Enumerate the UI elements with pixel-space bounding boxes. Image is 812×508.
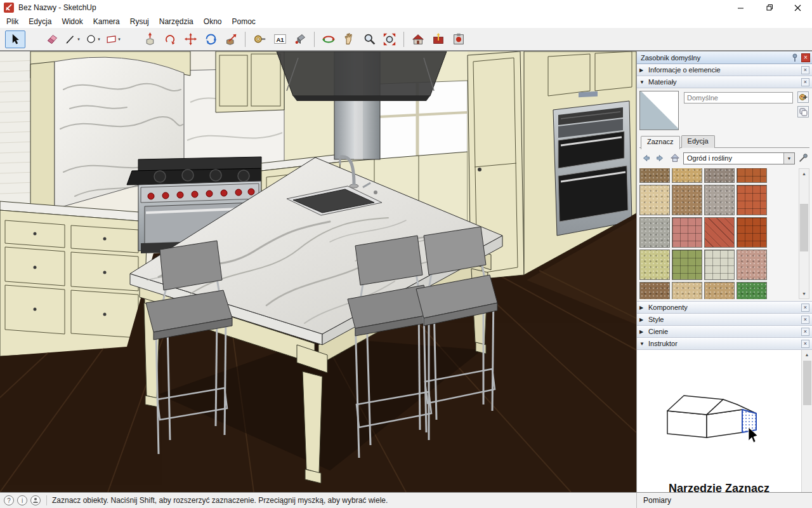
menu-kamera[interactable]: Kamera: [88, 16, 125, 27]
scroll-up-icon[interactable]: ▲: [802, 350, 812, 359]
viewport-3d[interactable]: [0, 51, 636, 492]
maximize-button[interactable]: [755, 0, 783, 15]
material-swatch[interactable]: [737, 185, 767, 215]
material-swatch[interactable]: [737, 250, 767, 280]
section-styles[interactable]: ▶ Style ×: [637, 314, 812, 326]
home-button[interactable]: [669, 152, 681, 164]
orbit-tool-button[interactable]: [318, 30, 339, 48]
material-swatch[interactable]: [639, 250, 670, 280]
material-swatch[interactable]: [639, 168, 670, 183]
scrollbar-thumb[interactable]: [803, 361, 811, 405]
tape-measure-tool-button[interactable]: [249, 30, 270, 48]
material-swatch[interactable]: [672, 250, 702, 280]
forward-button[interactable]: [654, 152, 667, 164]
secondary-pane-button[interactable]: [797, 106, 809, 117]
menu-rysuj[interactable]: Rysuj: [125, 16, 154, 27]
menu-narzedzia[interactable]: Narzędzia: [154, 16, 199, 27]
material-swatch[interactable]: [704, 282, 735, 299]
text-tool-button[interactable]: A1: [270, 30, 290, 48]
statusbar: ? i Zaznacz obiekty. Naciśnij Shift, aby…: [0, 492, 812, 508]
menu-widok[interactable]: Widok: [56, 16, 88, 27]
chevron-down-icon[interactable]: ▾: [77, 37, 80, 42]
paint-bucket-tool-button[interactable]: [290, 30, 310, 48]
info-circle-icon[interactable]: i: [17, 495, 27, 505]
section-entity-info[interactable]: ▶ Informacje o elemencie ×: [637, 64, 812, 76]
section-close-button[interactable]: ×: [801, 304, 809, 312]
section-instructor[interactable]: ▼ Instruktor ×: [637, 338, 812, 350]
instructor-scrollbar[interactable]: ▲: [801, 350, 812, 492]
materials-scrollbar[interactable]: ▲ ▼: [799, 168, 809, 299]
material-swatch[interactable]: [639, 282, 670, 299]
eraser-tool-button[interactable]: [42, 30, 62, 48]
material-swatch[interactable]: [704, 168, 735, 183]
material-swatch[interactable]: [672, 168, 702, 183]
close-button[interactable]: [783, 0, 812, 15]
zoom-tool-button[interactable]: [359, 30, 379, 48]
chevron-down-icon[interactable]: ▼: [783, 153, 794, 164]
tape-measure-icon: [253, 32, 266, 46]
material-swatch[interactable]: [639, 217, 670, 248]
tab-edit[interactable]: Edycja: [681, 135, 715, 148]
materials-tabs: Zaznacz Edycja: [639, 135, 809, 148]
chevron-down-icon[interactable]: ▾: [118, 37, 121, 42]
material-swatch[interactable]: [737, 168, 767, 183]
zoom-extents-icon: [383, 32, 396, 46]
minimize-button[interactable]: [726, 0, 755, 15]
select-tool-button[interactable]: [5, 30, 25, 48]
section-close-button[interactable]: ×: [801, 78, 809, 86]
line-tool-button[interactable]: ▾: [62, 30, 82, 48]
push-pull-tool-button[interactable]: [140, 30, 160, 48]
follow-me-tool-button[interactable]: [160, 30, 180, 48]
material-swatch[interactable]: [672, 185, 702, 215]
menu-edycja[interactable]: Edycja: [23, 16, 56, 27]
text-tool-icon: A1: [273, 32, 287, 46]
material-swatch[interactable]: [704, 250, 735, 280]
arc-tool-button[interactable]: ▾: [82, 30, 103, 48]
move-tool-button[interactable]: [180, 30, 200, 48]
section-components[interactable]: ▶ Komponenty ×: [637, 302, 812, 314]
material-swatch[interactable]: [704, 217, 735, 248]
section-close-button[interactable]: ×: [801, 328, 809, 336]
arrow-right-icon: [655, 153, 665, 163]
material-swatch[interactable]: [639, 185, 670, 215]
pin-icon[interactable]: [791, 53, 799, 62]
measurements-value[interactable]: [678, 495, 807, 506]
chevron-down-icon[interactable]: ▾: [98, 37, 100, 42]
scrollbar-thumb[interactable]: [800, 204, 808, 251]
zoom-extents-tool-button[interactable]: [379, 30, 400, 48]
move-icon: [184, 32, 197, 46]
rotate-tool-button[interactable]: [200, 30, 221, 48]
share-model-button[interactable]: [428, 30, 449, 48]
material-name-field[interactable]: [684, 92, 793, 104]
material-swatch[interactable]: [672, 217, 702, 248]
create-material-button[interactable]: [797, 91, 809, 103]
sample-paint-button[interactable]: [797, 152, 809, 164]
tab-select[interactable]: Zaznacz: [641, 136, 680, 149]
back-button[interactable]: [639, 152, 652, 164]
section-close-button[interactable]: ×: [801, 66, 809, 74]
material-category-dropdown[interactable]: Ogród i rośliny ▼: [683, 152, 795, 164]
rectangle-tool-button[interactable]: ▾: [103, 30, 123, 48]
section-close-button[interactable]: ×: [801, 316, 809, 324]
material-swatch[interactable]: [737, 217, 767, 248]
menu-pomoc[interactable]: Pomoc: [226, 16, 260, 27]
scale-tool-button[interactable]: [221, 30, 241, 48]
scroll-down-icon[interactable]: ▼: [799, 289, 809, 298]
instructor-panel: Narzędzie Zaznacz ▲: [637, 350, 812, 492]
user-circle-icon[interactable]: [30, 495, 41, 505]
material-swatch[interactable]: [672, 282, 702, 299]
section-materials[interactable]: ▼ Materiały ×: [637, 76, 812, 88]
push-pull-icon: [143, 32, 157, 46]
3d-warehouse-button[interactable]: [408, 30, 428, 48]
extension-warehouse-button[interactable]: [449, 30, 469, 48]
material-swatch[interactable]: [737, 282, 767, 299]
material-swatch[interactable]: [704, 185, 735, 215]
scroll-up-icon[interactable]: ▲: [799, 169, 809, 178]
menu-plik[interactable]: Plik: [1, 16, 23, 27]
menu-okno[interactable]: Okno: [199, 16, 227, 27]
pan-tool-button[interactable]: [339, 30, 359, 48]
help-circle-icon[interactable]: ?: [4, 495, 14, 505]
section-shadows[interactable]: ▶ Cienie ×: [637, 326, 812, 338]
section-close-button[interactable]: ×: [801, 340, 809, 348]
tray-close-button[interactable]: ×: [801, 53, 810, 62]
